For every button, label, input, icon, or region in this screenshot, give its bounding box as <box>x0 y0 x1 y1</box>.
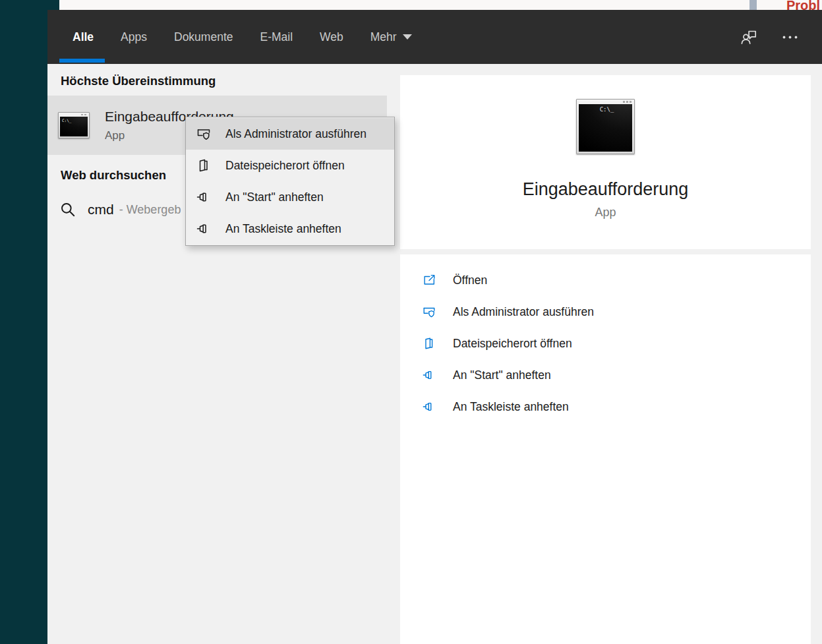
app-actions-card: Öffnen Als Administrator ausführen Datei… <box>400 254 811 644</box>
tab-dokumente[interactable]: Dokumente <box>174 10 233 64</box>
app-title: Eingabeaufforderung <box>400 179 811 200</box>
filter-tabs: Alle Apps Dokumente E-Mail Web Mehr <box>47 10 412 64</box>
chevron-down-icon <box>403 34 412 40</box>
folder-location-icon <box>196 158 212 173</box>
context-menu: Als Administrator ausführen Dateispeiche… <box>185 117 395 246</box>
background-page-strip: Probl <box>0 0 822 10</box>
menu-run-as-admin[interactable]: Als Administrator ausführen <box>186 118 394 150</box>
web-search-suffix: - Webergeb <box>119 203 181 217</box>
tab-apps[interactable]: Apps <box>121 10 147 64</box>
tab-mehr-label: Mehr <box>370 30 397 44</box>
search-icon <box>59 201 76 218</box>
pin-icon <box>422 399 436 414</box>
action-open[interactable]: Öffnen <box>400 264 811 296</box>
open-external-icon <box>422 273 436 287</box>
person-feedback-icon[interactable] <box>740 28 757 46</box>
windows-search-window: Alle Apps Dokumente E-Mail Web Mehr Höch… <box>47 10 822 644</box>
app-type: App <box>400 206 811 220</box>
tab-mehr[interactable]: Mehr <box>370 10 412 64</box>
background-heading-fragment: Probl <box>786 0 820 10</box>
action-run-as-admin[interactable]: Als Administrator ausführen <box>400 296 811 328</box>
window-shield-icon <box>196 126 212 142</box>
app-summary-card: C:\_ Eingabeaufforderung App <box>400 75 811 249</box>
section-best-match-heading: Höchste Übereinstimmung <box>61 74 387 88</box>
folder-location-icon <box>422 336 436 351</box>
tab-alle[interactable]: Alle <box>73 10 94 64</box>
menu-pin-to-start[interactable]: An "Start" anheften <box>186 181 394 213</box>
search-body: Höchste Übereinstimmung C:\_ Eingabeauff… <box>47 64 822 644</box>
tab-email[interactable]: E-Mail <box>260 10 293 64</box>
pin-icon <box>422 368 436 382</box>
cmd-terminal-icon-large: C:\_ <box>576 99 635 154</box>
action-open-file-location[interactable]: Dateispeicherort öffnen <box>400 328 811 359</box>
detail-panel: C:\_ Eingabeaufforderung App Öffnen Als … <box>387 64 822 644</box>
window-shield-icon <box>422 305 436 319</box>
header-actions <box>740 10 799 64</box>
pin-icon <box>196 221 212 237</box>
menu-open-file-location[interactable]: Dateispeicherort öffnen <box>186 150 394 181</box>
web-search-query: cmd <box>88 202 114 218</box>
background-scrollbar <box>749 0 757 10</box>
action-pin-to-start[interactable]: An "Start" anheften <box>400 359 811 391</box>
menu-pin-to-taskbar[interactable]: An Taskleiste anheften <box>186 213 394 245</box>
ellipsis-icon[interactable] <box>781 28 799 46</box>
tab-web[interactable]: Web <box>320 10 343 64</box>
cmd-terminal-icon: C:\_ <box>58 112 90 138</box>
search-filter-bar: Alle Apps Dokumente E-Mail Web Mehr <box>47 10 822 64</box>
action-pin-to-taskbar[interactable]: An Taskleiste anheften <box>400 391 811 423</box>
pin-icon <box>196 189 212 205</box>
